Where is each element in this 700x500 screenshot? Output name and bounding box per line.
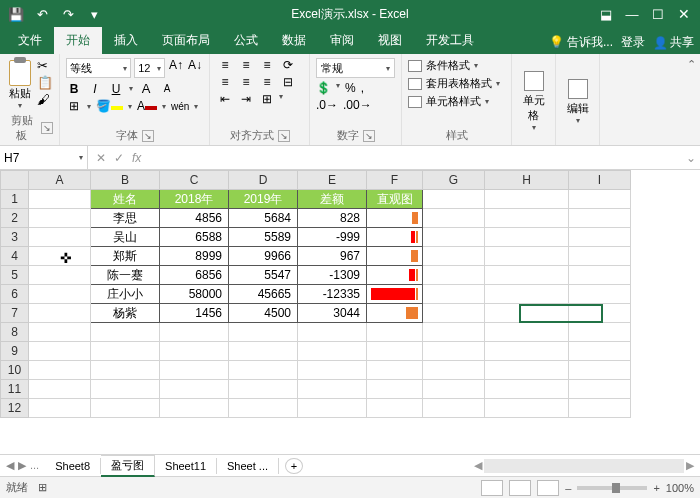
row-header[interactable]: 2 — [1, 209, 29, 228]
cell[interactable] — [160, 361, 229, 380]
dec-decimal-icon[interactable]: .00→ — [343, 98, 372, 112]
cell[interactable] — [569, 380, 631, 399]
cell[interactable] — [485, 209, 569, 228]
cell[interactable]: 李思 — [91, 209, 160, 228]
name-box[interactable]: H7▾ — [0, 146, 88, 169]
col-header[interactable]: A — [29, 171, 91, 190]
row-header[interactable]: 8 — [1, 323, 29, 342]
cell[interactable] — [423, 380, 485, 399]
font-color-icon[interactable]: A — [137, 99, 157, 113]
cell[interactable]: 差额 — [298, 190, 367, 209]
cells-button[interactable]: 单元格▾ — [518, 69, 549, 132]
cell[interactable]: 郑斯 — [91, 247, 160, 266]
cell[interactable]: 姓名 — [91, 190, 160, 209]
cell[interactable] — [367, 285, 423, 304]
cell[interactable] — [229, 342, 298, 361]
cell[interactable]: 6856 — [160, 266, 229, 285]
sheet-tab[interactable]: Sheet8 — [45, 458, 101, 474]
align-middle-icon[interactable]: ≡ — [237, 58, 253, 72]
cell[interactable] — [569, 285, 631, 304]
cell[interactable] — [91, 342, 160, 361]
tab-file[interactable]: 文件 — [6, 27, 54, 54]
cell[interactable] — [298, 323, 367, 342]
cell[interactable] — [485, 323, 569, 342]
cell[interactable] — [367, 304, 423, 323]
tab-home[interactable]: 开始 — [54, 27, 102, 54]
sheet-tab[interactable]: Sheet11 — [155, 458, 217, 474]
cell[interactable]: 直观图 — [367, 190, 423, 209]
cell[interactable]: 3044 — [298, 304, 367, 323]
row-header[interactable]: 1 — [1, 190, 29, 209]
sheet-nav-more[interactable]: ... — [30, 459, 39, 472]
cell[interactable] — [423, 304, 485, 323]
zoom-level[interactable]: 100% — [666, 482, 694, 494]
cell[interactable] — [423, 228, 485, 247]
font-name-select[interactable]: 等线▾ — [66, 58, 131, 78]
cell[interactable] — [298, 380, 367, 399]
cell[interactable] — [229, 323, 298, 342]
qat-more-icon[interactable]: ▾ — [82, 2, 106, 26]
cell-styles-button[interactable]: 单元格样式 ▾ — [408, 94, 505, 109]
cell[interactable] — [485, 247, 569, 266]
copy-icon[interactable]: 📋 — [37, 75, 53, 90]
align-center-icon[interactable]: ≡ — [237, 75, 253, 89]
merge-icon[interactable]: ⊞ — [258, 92, 274, 106]
col-header[interactable]: G — [423, 171, 485, 190]
cell[interactable]: 6588 — [160, 228, 229, 247]
cell[interactable] — [29, 285, 91, 304]
cell[interactable] — [29, 228, 91, 247]
cell[interactable] — [29, 399, 91, 418]
paste-button[interactable]: 粘贴 ▾ — [6, 58, 33, 111]
zoom-slider[interactable] — [577, 486, 647, 490]
cell[interactable]: 8999 — [160, 247, 229, 266]
indent-inc-icon[interactable]: ⇥ — [237, 92, 253, 106]
cell[interactable]: 9966 — [229, 247, 298, 266]
cell[interactable] — [485, 228, 569, 247]
cell[interactable] — [160, 380, 229, 399]
sheet-tab[interactable]: Sheet ... — [217, 458, 279, 474]
collapse-ribbon-icon[interactable]: ⌃ — [687, 58, 696, 71]
cell[interactable]: 1456 — [160, 304, 229, 323]
tab-formulas[interactable]: 公式 — [222, 27, 270, 54]
cell[interactable] — [485, 380, 569, 399]
cell[interactable] — [160, 323, 229, 342]
cell[interactable]: 4856 — [160, 209, 229, 228]
cancel-icon[interactable]: ✕ — [96, 151, 106, 165]
col-header[interactable]: F — [367, 171, 423, 190]
row-header[interactable]: 9 — [1, 342, 29, 361]
cell[interactable] — [29, 266, 91, 285]
row-header[interactable]: 4 — [1, 247, 29, 266]
col-header[interactable]: I — [569, 171, 631, 190]
cell[interactable]: -12335 — [298, 285, 367, 304]
col-header[interactable]: H — [485, 171, 569, 190]
tab-view[interactable]: 视图 — [366, 27, 414, 54]
bold-button[interactable]: B — [66, 82, 82, 96]
col-header[interactable]: C — [160, 171, 229, 190]
cell[interactable] — [569, 342, 631, 361]
cell[interactable] — [569, 399, 631, 418]
zoom-out[interactable]: – — [565, 482, 571, 494]
cell[interactable] — [367, 361, 423, 380]
orientation-icon[interactable]: ⟳ — [279, 58, 295, 72]
percent-icon[interactable]: % — [345, 81, 356, 95]
fill-color-icon[interactable]: 🪣 — [96, 99, 123, 113]
format-painter-icon[interactable]: 🖌 — [37, 92, 53, 107]
cell[interactable]: 2019年 — [229, 190, 298, 209]
maximize-icon[interactable]: ☐ — [646, 2, 670, 26]
cell[interactable] — [298, 399, 367, 418]
row-header[interactable]: 3 — [1, 228, 29, 247]
number-launcher[interactable]: ↘ — [363, 130, 375, 142]
cell[interactable] — [423, 285, 485, 304]
align-left-icon[interactable]: ≡ — [216, 75, 232, 89]
cut-icon[interactable]: ✂ — [37, 58, 53, 73]
cell[interactable] — [423, 342, 485, 361]
cell[interactable] — [367, 342, 423, 361]
editing-button[interactable]: 编辑▾ — [567, 77, 589, 125]
cell[interactable]: 陈一蹇 — [91, 266, 160, 285]
cell[interactable] — [367, 399, 423, 418]
clipboard-launcher[interactable]: ↘ — [41, 122, 53, 134]
indent-dec-icon[interactable]: ⇤ — [216, 92, 232, 106]
cell[interactable] — [367, 209, 423, 228]
cell[interactable] — [29, 190, 91, 209]
cell[interactable] — [569, 361, 631, 380]
